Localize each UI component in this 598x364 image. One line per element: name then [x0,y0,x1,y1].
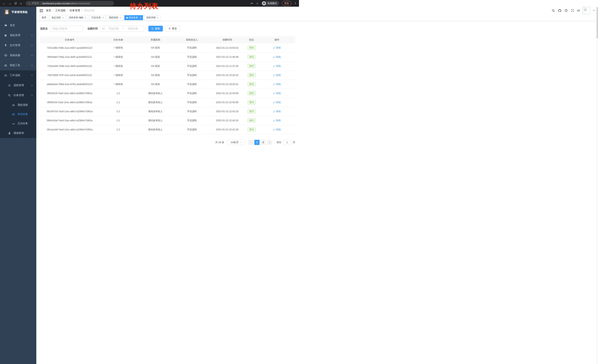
sidebar-item-6[interactable]: 流程管理 [0,80,36,90]
collapse-sidebar-icon[interactable] [40,9,43,12]
cell-name: 1.2 [99,125,137,134]
browser-refresh-icon[interactable] [14,2,17,5]
sidebar-item-2[interactable]: ¥支付管理 [0,40,36,50]
browser-forward-icon[interactable]: → [8,2,11,5]
browser-menu-icon[interactable]: ⋮ [294,2,297,5]
close-icon[interactable]: × [85,16,86,19]
close-icon[interactable]: × [157,16,158,19]
gear-icon [4,34,7,37]
tab-2[interactable]: 流程表单-编辑× [67,15,89,20]
sidebar-item-4[interactable]: 研发工具 [0,60,36,70]
tab-1[interactable]: 发起流程× [50,15,66,20]
breadcrumb-item[interactable]: 待办任务 [84,9,94,12]
close-icon[interactable]: × [120,16,121,19]
sidebar-item-9[interactable]: 待办任务 [0,110,36,119]
approve-button[interactable]: 审批 [273,119,281,122]
breadcrumb-item[interactable]: 任务管理 [70,9,80,12]
chevron-down-icon [31,44,33,46]
update-button[interactable]: 更新 [282,1,291,6]
cell-initiator: 芋道源码 [174,89,210,98]
next-page-button[interactable]: › [267,140,272,145]
sidebar-item-3[interactable]: 基础设施 [0,50,36,60]
sidebar-item-1[interactable]: 系统管理 [0,30,36,40]
cell-id: 75d72608-7b7f-11ec-a3c8-acde48001122 [40,71,99,80]
sidebar-item-0[interactable]: 首页 [0,20,36,30]
sidebar-item-10[interactable]: 已办任务 [0,119,36,128]
approve-button[interactable]: 审批 [273,83,281,86]
logo-image [4,9,10,15]
browser-home-icon[interactable]: ⌂ [20,2,22,5]
approve-label: 审批 [276,101,281,104]
goto-page-value: 1 [286,141,288,144]
tab-4[interactable]: 我的流程× [107,15,123,20]
approve-button[interactable]: 审批 [273,110,281,113]
approve-button[interactable]: 审批 [273,101,281,104]
close-icon[interactable]: × [102,16,104,19]
sidebar-item-label: 流程管理 [14,84,24,87]
reset-button[interactable]: 重置 [166,26,180,32]
approve-button[interactable]: 审批 [273,46,281,49]
cell-created: 2022-01-22 18:25:41 [210,80,244,89]
start-date-input[interactable]: 开始日期 [105,27,123,30]
approve-button[interactable]: 审批 [273,128,281,131]
breadcrumb-item[interactable]: 首页 [46,9,51,12]
cell-action: 审批 [259,125,295,134]
security-label[interactable]: 不安全 [32,2,39,5]
close-icon[interactable]: × [140,16,141,19]
tab-6[interactable]: 流程详情× [144,15,160,20]
cell-process: 测试多审批人 [137,107,174,116]
approve-button[interactable]: 审批 [273,55,281,59]
goto-page-input[interactable]: 1 [283,140,291,145]
cell-process: 测试多审批人 [137,98,174,107]
page-size-select[interactable]: 10条/页 [227,140,245,145]
cell-created: 2022-01-22 21:37:30 [210,61,244,71]
status-badge: 激活 [248,118,256,123]
sidebar-item-11[interactable]: 请假查询 [0,128,36,138]
cell-created: 2022-01-21 22:42:23 [210,107,244,116]
close-icon[interactable]: × [62,16,64,19]
cell-status: 激活 [244,61,259,71]
cell-initiator: 芋道源码 [174,98,210,107]
tab-0[interactable]: 首页 [40,15,48,20]
prev-page-button[interactable]: ‹ [248,140,253,145]
browser-back-icon[interactable]: ← [2,2,6,5]
approve-button[interactable]: 审批 [273,92,281,95]
sidebar-item-8[interactable]: 我的流程 [0,100,36,110]
end-date-input[interactable]: 结束日期 [124,27,142,30]
tab-3[interactable]: 已办任务× [90,15,106,20]
page-button-1[interactable]: 1 [254,140,259,145]
sidebar-item-label: 研发工具 [10,64,20,67]
approve-button[interactable]: 审批 [273,65,281,68]
content-area: 首页/工作流程/任务管理/待办任务 тT ▼ [36,7,299,182]
breadcrumb-item[interactable]: 工作流程 [55,9,66,12]
list-icon [8,84,11,87]
page-button-2[interactable]: 2 [261,140,266,145]
approve-label: 审批 [276,46,281,49]
approve-button[interactable]: 审批 [273,73,281,77]
incognito-label: 无痕模式 [267,2,277,5]
cell-status: 激活 [244,98,259,107]
status-badge: 激活 [248,100,256,105]
process-name-input[interactable]: 请输入流程名 [50,25,83,32]
date-range-picker[interactable]: 开始日期 - 结束日期 [100,25,144,32]
page-buttons: 12 [254,140,266,145]
tab-5[interactable]: 待办任务× [124,15,143,20]
chevron-down-icon [31,54,33,56]
search-button[interactable]: 搜索 [148,26,163,32]
app-logo[interactable]: 芋道管理系统 [0,7,36,17]
task-table: 任务编号任务名称所属流程流程发起人创建时间状态操作 73211d9d-7b9b-… [40,36,295,134]
address-bar[interactable]: ⚠ 不安全 dashboard.yudao.iocoder.cn/bpm/tas… [25,1,114,6]
sidebar-item-7[interactable]: 任务管理 [0,90,36,100]
update-label: 更新 [284,2,289,5]
sidebar-item-5[interactable]: 工作流程 [0,70,36,80]
sidebar-item-label: 任务管理 [14,94,24,97]
approve-label: 审批 [276,119,281,122]
bookmark-star-icon[interactable]: ☆ [256,2,259,5]
filter-bar: 流程名 请输入流程名 创建时间 开始日期 - 结束日期 [40,25,299,32]
page-buttons-wrap: ‹ 12 › [248,140,272,145]
column-header: 状态 [244,36,259,43]
cell-initiator: 芋道源码 [174,80,210,89]
table-header-row: 任务编号任务名称所属流程流程发起人创建时间状态操作 [40,36,295,43]
key-icon[interactable] [250,2,253,5]
page-url: dashboard.yudao.iocoder.cn/bpm/task/todo [42,2,90,5]
